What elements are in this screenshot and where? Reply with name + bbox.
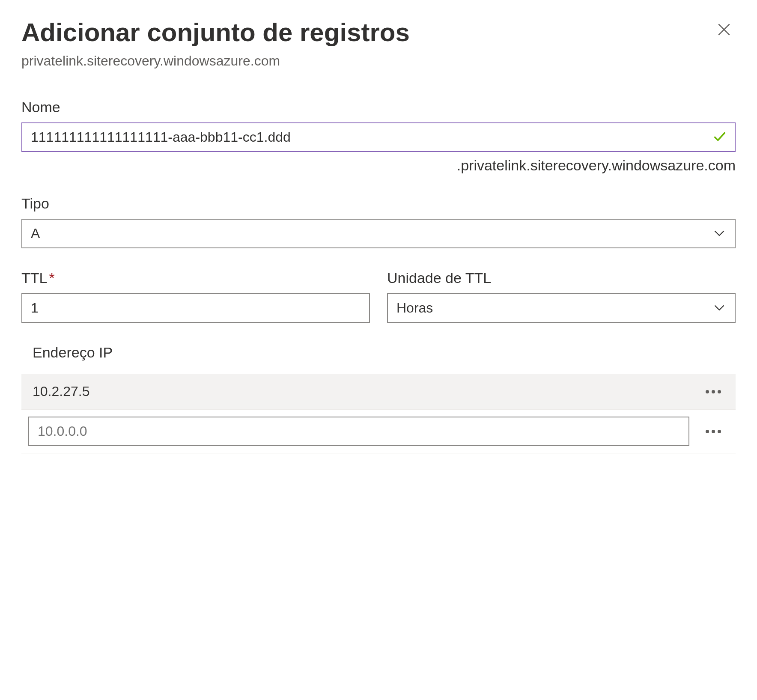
more-button[interactable]: [702, 426, 724, 437]
ttl-label: TTL*: [21, 270, 370, 286]
name-label: Nome: [21, 99, 736, 116]
type-select[interactable]: A: [21, 219, 736, 248]
name-input[interactable]: [21, 122, 736, 152]
ip-row: 10.2.27.5: [21, 374, 736, 409]
ip-row: [21, 409, 736, 453]
panel-title: Adicionar conjunto de registros: [21, 17, 410, 48]
ttl-input[interactable]: [21, 293, 370, 323]
close-icon: [716, 21, 732, 38]
type-label: Tipo: [21, 195, 736, 212]
ttl-unit-label: Unidade de TTL: [387, 270, 736, 286]
ip-value: 10.2.27.5: [33, 384, 702, 399]
checkmark-icon: [712, 129, 727, 146]
close-button[interactable]: [712, 17, 736, 45]
ip-input[interactable]: [28, 417, 689, 446]
ip-address-label: Endereço IP: [21, 344, 736, 361]
name-suffix: .privatelink.siterecovery.windowsazure.c…: [21, 157, 736, 174]
required-indicator: *: [49, 270, 54, 286]
more-button[interactable]: [702, 387, 724, 397]
ttl-unit-select[interactable]: Horas: [387, 293, 736, 323]
panel-subtitle: privatelink.siterecovery.windowsazure.co…: [21, 53, 736, 69]
